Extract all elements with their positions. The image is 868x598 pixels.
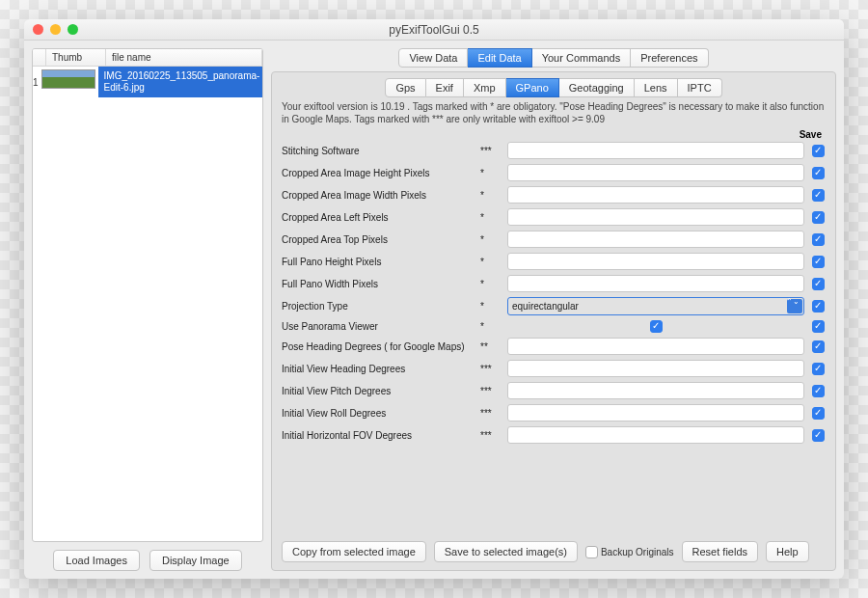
field-input-wrap bbox=[507, 275, 804, 292]
save-checkbox[interactable] bbox=[812, 300, 825, 313]
tab-preferences[interactable]: Preferences bbox=[631, 48, 708, 68]
field-input-wrap bbox=[507, 231, 804, 248]
required-marker: *** bbox=[480, 430, 502, 441]
table-row[interactable]: 1 IMG_20160225_113505_panorama-Edit-6.jp… bbox=[33, 67, 262, 97]
field-row: Projection Type*equirectangular bbox=[282, 297, 826, 315]
field-label: Cropped Area Left Pixels bbox=[282, 212, 475, 223]
window-controls bbox=[33, 24, 78, 35]
tab-your-commands[interactable]: Your Commands bbox=[532, 48, 632, 68]
backup-originals-wrap[interactable]: Backup Originals bbox=[585, 546, 674, 558]
field-input-wrap bbox=[507, 253, 804, 270]
field-row: Cropped Area Left Pixels* bbox=[282, 208, 826, 226]
save-checkbox[interactable] bbox=[812, 167, 825, 179]
required-marker: * bbox=[480, 234, 502, 245]
left-buttons: Load Images Display Image bbox=[32, 550, 263, 571]
reset-fields-button[interactable]: Reset fields bbox=[682, 541, 758, 562]
field-input-wrap bbox=[507, 360, 804, 377]
save-header: Save bbox=[282, 129, 826, 140]
field-row: Cropped Area Top Pixels* bbox=[282, 231, 826, 248]
field-input[interactable] bbox=[507, 231, 804, 248]
save-checkbox[interactable] bbox=[812, 211, 825, 224]
field-input[interactable] bbox=[507, 382, 804, 399]
field-input-wrap bbox=[507, 164, 804, 181]
field-label: Full Pano Height Pixels bbox=[282, 257, 475, 267]
field-input[interactable] bbox=[507, 164, 804, 181]
subtab-geotagging[interactable]: Geotagging bbox=[559, 78, 635, 97]
field-input-wrap bbox=[507, 320, 804, 333]
row-filename: IMG_20160225_113505_panorama-Edit-6.jpg bbox=[98, 67, 263, 97]
field-label: Pose Heading Degrees ( for Google Maps) bbox=[282, 341, 475, 352]
save-checkbox[interactable] bbox=[812, 340, 825, 353]
required-marker: * bbox=[480, 190, 502, 201]
tab-edit-data[interactable]: Edit Data bbox=[468, 48, 531, 68]
save-checkbox[interactable] bbox=[812, 233, 825, 246]
use-panorama-viewer-checkbox[interactable] bbox=[650, 320, 663, 333]
field-row: Use Panorama Viewer* bbox=[282, 320, 826, 333]
info-text: Your exiftool version is 10.19 . Tags ma… bbox=[282, 101, 826, 125]
subtab-gpano[interactable]: GPano bbox=[506, 78, 559, 97]
save-to-selected-button[interactable]: Save to selected image(s) bbox=[434, 541, 578, 562]
required-marker: * bbox=[480, 321, 502, 332]
tab-view-data[interactable]: View Data bbox=[398, 48, 468, 68]
save-checkbox[interactable] bbox=[812, 256, 825, 268]
help-button[interactable]: Help bbox=[766, 541, 809, 562]
subtab-iptc[interactable]: IPTC bbox=[678, 78, 722, 97]
save-checkbox[interactable] bbox=[812, 407, 825, 420]
subtab-lens[interactable]: Lens bbox=[635, 78, 678, 97]
required-marker: *** bbox=[480, 364, 502, 374]
display-image-button[interactable]: Display Image bbox=[149, 550, 242, 571]
field-label: Cropped Area Image Height Pixels bbox=[282, 168, 475, 178]
save-checkbox[interactable] bbox=[812, 429, 825, 442]
field-input-wrap bbox=[507, 426, 804, 444]
sub-tabs: GpsExifXmpGPanoGeotaggingLensIPTC bbox=[282, 78, 826, 97]
field-label: Initial View Pitch Degrees bbox=[282, 386, 475, 396]
projection-type-select[interactable]: equirectangular bbox=[507, 297, 804, 315]
copy-from-selected-button[interactable]: Copy from selected image bbox=[282, 541, 426, 562]
field-input-wrap bbox=[507, 404, 804, 421]
save-checkbox[interactable] bbox=[812, 278, 825, 290]
field-label: Cropped Area Image Width Pixels bbox=[282, 190, 475, 201]
field-input[interactable] bbox=[507, 275, 804, 292]
field-input[interactable] bbox=[507, 208, 804, 226]
col-thumb[interactable]: Thumb bbox=[46, 49, 106, 66]
field-label: Stitching Software bbox=[282, 146, 475, 156]
field-label: Initial View Heading Degrees bbox=[282, 364, 475, 374]
file-table-header: Thumb file name bbox=[33, 49, 262, 67]
field-input[interactable] bbox=[507, 360, 804, 377]
zoom-icon[interactable] bbox=[68, 24, 78, 35]
bottom-bar: Copy from selected image Save to selecte… bbox=[282, 541, 826, 562]
field-label: Projection Type bbox=[282, 301, 475, 312]
row-thumb bbox=[39, 67, 98, 97]
field-label: Initial View Roll Degrees bbox=[282, 408, 475, 419]
subtab-xmp[interactable]: Xmp bbox=[464, 78, 506, 97]
required-marker: * bbox=[480, 257, 502, 267]
field-label: Cropped Area Top Pixels bbox=[282, 234, 475, 245]
window-title: pyExifToolGui 0.5 bbox=[24, 23, 844, 37]
close-icon[interactable] bbox=[33, 24, 43, 35]
col-filename[interactable]: file name bbox=[106, 49, 262, 66]
save-checkbox[interactable] bbox=[812, 320, 825, 333]
load-images-button[interactable]: Load Images bbox=[53, 550, 140, 571]
field-input[interactable] bbox=[507, 142, 804, 159]
field-input[interactable] bbox=[507, 426, 804, 444]
field-row: Pose Heading Degrees ( for Google Maps)*… bbox=[282, 338, 826, 355]
field-input[interactable] bbox=[507, 404, 804, 421]
field-input-wrap bbox=[507, 142, 804, 159]
field-input-wrap bbox=[507, 338, 804, 355]
minimize-icon[interactable] bbox=[50, 24, 61, 35]
save-checkbox[interactable] bbox=[812, 189, 825, 202]
subtab-gps[interactable]: Gps bbox=[385, 78, 425, 97]
backup-originals-checkbox[interactable] bbox=[585, 546, 598, 558]
field-row: Initial View Pitch Degrees*** bbox=[282, 382, 826, 399]
save-checkbox[interactable] bbox=[812, 385, 825, 397]
required-marker: * bbox=[480, 212, 502, 223]
subtab-exif[interactable]: Exif bbox=[426, 78, 464, 97]
save-checkbox[interactable] bbox=[812, 363, 825, 375]
field-row: Initial Horizontal FOV Degrees*** bbox=[282, 426, 826, 444]
field-input[interactable] bbox=[507, 186, 804, 204]
save-checkbox[interactable] bbox=[812, 145, 825, 157]
field-input[interactable] bbox=[507, 338, 804, 355]
required-marker: * bbox=[480, 279, 502, 289]
field-input[interactable] bbox=[507, 253, 804, 270]
field-label: Use Panorama Viewer bbox=[282, 321, 475, 332]
